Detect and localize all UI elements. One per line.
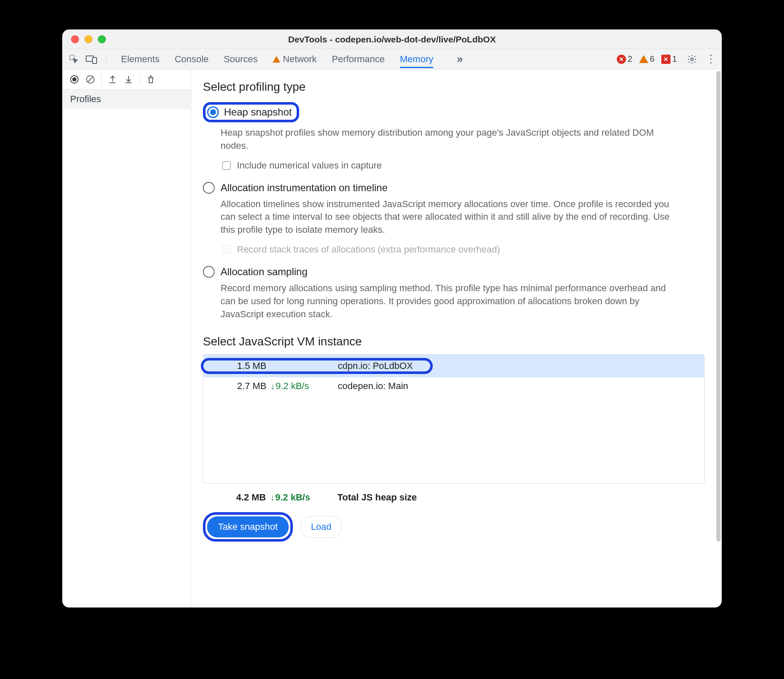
issue-icon: ✕ <box>661 55 671 64</box>
tab-sources[interactable]: Sources <box>224 50 258 68</box>
option-desc-sampling: Record memory allocations using sampling… <box>221 282 674 321</box>
tutorial-highlight-vm-row: 1.5 MB cdpn.io: PoLdbOX <box>201 358 433 374</box>
devtools-tabs: Elements Console Sources Network Perform… <box>121 50 462 68</box>
settings-button[interactable] <box>687 54 697 64</box>
option-label: Heap snapshot <box>224 106 292 118</box>
more-button[interactable]: ⋮ <box>705 53 716 66</box>
vm-heading: Select JavaScript VM instance <box>203 335 705 348</box>
profiling-option-heap[interactable]: Heap snapshot <box>203 100 705 124</box>
vm-name: codepen.io: Main <box>334 381 704 392</box>
tab-performance[interactable]: Performance <box>332 50 385 68</box>
profiling-option-timeline[interactable]: Allocation instrumentation on timeline <box>203 179 705 195</box>
sidebar-profiles-header: Profiles <box>63 89 191 109</box>
vm-row[interactable]: 2.7 MB ↓ 9.2 kB/s codepen.io: Main <box>203 377 704 395</box>
window-title: DevTools - codepen.io/web-dot-dev/live/P… <box>288 34 496 45</box>
svg-rect-2 <box>92 58 97 63</box>
svg-line-7 <box>88 77 93 82</box>
total-label: Total JS heap size <box>333 492 705 503</box>
tutorial-highlight-heap: Heap snapshot <box>203 102 299 122</box>
export-button[interactable] <box>105 72 120 87</box>
radio-allocation-timeline[interactable] <box>203 182 215 194</box>
record-stack-checkbox-row: Record stack traces of allocations (extr… <box>221 244 705 255</box>
vm-row-selected[interactable]: 1.5 MB cdpn.io: PoLdbOX <box>203 355 704 377</box>
close-window-button[interactable] <box>71 35 79 43</box>
load-button[interactable]: Load <box>300 516 342 538</box>
radio-heap-snapshot[interactable] <box>207 106 219 118</box>
tab-console[interactable]: Console <box>175 50 209 68</box>
tab-elements[interactable]: Elements <box>121 50 160 68</box>
warning-icon <box>639 55 648 64</box>
arrow-down-icon: ↓ <box>270 493 274 503</box>
total-size: 4.2 MB <box>203 492 270 503</box>
sidebar-toolbar <box>63 69 191 89</box>
record-button[interactable] <box>67 72 82 87</box>
vm-name: cdpn.io: PoLdbOX <box>334 361 426 371</box>
checkbox-label: Include numerical values in capture <box>237 160 382 171</box>
option-label: Allocation instrumentation on timeline <box>221 182 388 194</box>
option-desc-timeline: Allocation timelines show instrumented J… <box>221 198 674 237</box>
vm-totals: 4.2 MB ↓ 9.2 kB/s Total JS heap size <box>203 486 705 509</box>
traffic-lights <box>71 35 106 43</box>
vm-instance-table: 1.5 MB cdpn.io: PoLdbOX 2.7 MB ↓ 9.2 kB/… <box>203 354 705 484</box>
collect-garbage-button[interactable] <box>143 72 158 87</box>
tutorial-highlight-take-snapshot: Take snapshot <box>203 512 293 542</box>
tab-memory[interactable]: Memory <box>400 50 433 68</box>
device-toggle-icon[interactable] <box>85 54 98 65</box>
tab-network[interactable]: Network <box>273 50 317 68</box>
include-numerical-checkbox[interactable] <box>222 161 231 170</box>
vm-rate: ↓ 9.2 kB/s <box>271 381 334 392</box>
radio-allocation-sampling[interactable] <box>203 266 215 278</box>
import-button[interactable] <box>121 72 136 87</box>
tabs-overflow-button[interactable]: » <box>457 53 461 66</box>
scrollbar[interactable] <box>716 69 721 607</box>
window-titlebar: DevTools - codepen.io/web-dot-dev/live/P… <box>63 30 721 49</box>
bottom-actions: Take snapshot Load <box>203 512 705 542</box>
clear-button[interactable] <box>83 72 98 87</box>
option-desc-heap: Heap snapshot profiles show memory distr… <box>221 126 674 153</box>
record-stack-checkbox <box>222 245 231 254</box>
devtools-window: DevTools - codepen.io/web-dot-dev/live/P… <box>62 29 722 608</box>
include-numerical-checkbox-row[interactable]: Include numerical values in capture <box>221 160 705 171</box>
svg-point-3 <box>691 58 693 61</box>
minimize-window-button[interactable] <box>84 35 92 43</box>
profiles-sidebar: Profiles <box>63 69 191 607</box>
inspect-icon[interactable] <box>68 54 79 65</box>
error-icon: ✕ <box>617 55 626 64</box>
zoom-window-button[interactable] <box>98 35 106 43</box>
vm-size: 2.7 MB <box>203 381 271 392</box>
memory-panel: Select profiling type Heap snapshot Heap… <box>191 69 721 607</box>
arrow-down-icon: ↓ <box>271 382 275 391</box>
checkbox-label: Record stack traces of allocations (extr… <box>237 244 500 255</box>
vm-size: 1.5 MB <box>203 361 271 371</box>
warnings-badge[interactable]: 6 <box>639 54 655 64</box>
take-snapshot-button[interactable]: Take snapshot <box>207 516 289 537</box>
option-label: Allocation sampling <box>221 266 308 278</box>
total-rate: ↓ 9.2 kB/s <box>270 492 333 503</box>
devtools-tabsbar: Elements Console Sources Network Perform… <box>63 49 721 69</box>
warning-icon <box>273 56 280 63</box>
profiling-option-sampling[interactable]: Allocation sampling <box>203 263 705 279</box>
errors-badge[interactable]: ✕ 2 <box>617 54 632 64</box>
profiling-type-heading: Select profiling type <box>203 80 705 94</box>
svg-point-5 <box>72 77 76 82</box>
issues-badge[interactable]: ✕ 1 <box>661 54 677 64</box>
